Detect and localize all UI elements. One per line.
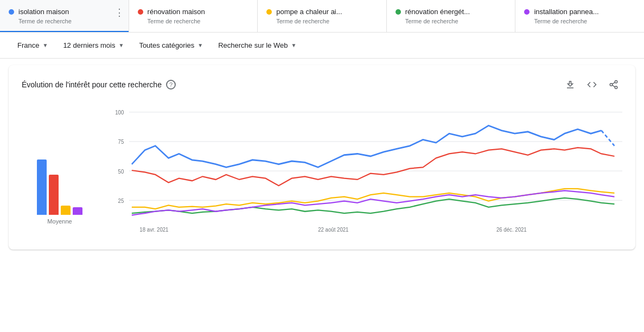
- bar-chart: [37, 150, 82, 215]
- filter-period-label: 12 derniers mois: [63, 41, 115, 49]
- filter-type[interactable]: Recherche sur le Web ▼: [212, 38, 303, 53]
- chart-container: Moyenne 100 75 50 25 18 avr. 2021 22 aoû…: [22, 100, 622, 241]
- filter-country[interactable]: France ▼: [11, 38, 54, 53]
- bar-blue: [37, 159, 47, 215]
- svg-line-4: [612, 85, 615, 87]
- share-button[interactable]: [605, 76, 622, 93]
- search-term-item-0[interactable]: isolation maison ⋮ Terme de recherche: [0, 0, 129, 32]
- svg-point-1: [615, 81, 617, 84]
- svg-text:75: 75: [118, 138, 124, 145]
- filter-categories-label: Toutes catégories: [139, 41, 194, 49]
- download-button[interactable]: [562, 76, 579, 93]
- term-dot-1: [138, 9, 143, 15]
- svg-text:25: 25: [118, 197, 124, 204]
- filter-period-arrow: ▼: [118, 42, 124, 48]
- filter-type-arrow: ▼: [291, 42, 297, 48]
- section-title-container: Évolution de l'intérêt pour cette recher…: [22, 80, 176, 90]
- filter-country-arrow: ▼: [42, 42, 48, 48]
- svg-text:26 déc. 2021: 26 déc. 2021: [496, 226, 527, 233]
- term-name-4: installation pannea...: [534, 8, 598, 16]
- filter-country-label: France: [17, 41, 39, 49]
- term-type-2: Terme de recherche: [266, 18, 378, 24]
- line-red: [132, 148, 615, 186]
- filter-type-label: Recherche sur le Web: [218, 41, 288, 49]
- svg-point-3: [615, 86, 617, 89]
- term-dot-2: [266, 9, 272, 15]
- svg-text:18 avr. 2021: 18 avr. 2021: [139, 226, 168, 233]
- svg-text:22 août 2021: 22 août 2021: [318, 226, 349, 233]
- section-title-text: Évolution de l'intérêt pour cette recher…: [22, 80, 162, 89]
- search-terms-bar: isolation maison ⋮ Terme de recherche ré…: [0, 0, 644, 33]
- term-name-2: pompe a chaleur ai...: [276, 8, 342, 16]
- chart-svg: 100 75 50 25 18 avr. 2021 22 août 2021 2…: [98, 100, 622, 241]
- term-dot-3: [396, 9, 401, 15]
- search-term-item-1[interactable]: rénovation maison Terme de recherche: [129, 0, 258, 32]
- help-icon[interactable]: ?: [166, 80, 176, 90]
- filter-categories-arrow: ▼: [197, 42, 203, 48]
- filter-categories[interactable]: Toutes catégories ▼: [132, 38, 209, 53]
- term-name-1: rénovation maison: [148, 8, 205, 16]
- search-term-item-3[interactable]: rénovation énergét... Terme de recherche: [387, 0, 516, 32]
- line-yellow: [132, 189, 615, 209]
- main-content: Évolution de l'intérêt pour cette recher…: [9, 65, 635, 250]
- section-actions: [562, 76, 622, 93]
- bar-purple: [73, 207, 82, 215]
- line-blue: [132, 125, 601, 167]
- term-type-3: Terme de recherche: [396, 18, 507, 24]
- bar-yellow: [61, 206, 71, 215]
- term-type-0: Terme de recherche: [9, 18, 120, 24]
- average-bar-chart: Moyenne: [22, 100, 98, 241]
- line-chart-area: 100 75 50 25 18 avr. 2021 22 août 2021 2…: [98, 100, 622, 241]
- svg-text:100: 100: [115, 108, 124, 116]
- search-term-item-2[interactable]: pompe a chaleur ai... Terme de recherche: [258, 0, 387, 32]
- filter-bar: France ▼ 12 derniers mois ▼ Toutes catég…: [0, 33, 644, 59]
- embed-button[interactable]: [583, 76, 601, 93]
- term-type-4: Terme de recherche: [524, 18, 635, 24]
- section-header: Évolution de l'intérêt pour cette recher…: [22, 76, 622, 93]
- svg-line-5: [612, 82, 615, 84]
- term-name-0: isolation maison: [18, 8, 69, 16]
- term-dot-0: [9, 9, 14, 15]
- term-menu-icon[interactable]: ⋮: [114, 8, 124, 17]
- average-label: Moyenne: [47, 218, 72, 225]
- bar-red: [49, 175, 59, 215]
- search-term-item-4[interactable]: installation pannea... Terme de recherch…: [515, 0, 644, 32]
- filter-period[interactable]: 12 derniers mois ▼: [56, 38, 130, 53]
- term-dot-4: [524, 9, 530, 15]
- svg-text:50: 50: [118, 168, 124, 175]
- term-type-1: Terme de recherche: [138, 18, 249, 24]
- term-name-3: rénovation énergét...: [405, 8, 470, 16]
- line-blue-dashed: [601, 131, 614, 146]
- svg-point-2: [610, 84, 613, 86]
